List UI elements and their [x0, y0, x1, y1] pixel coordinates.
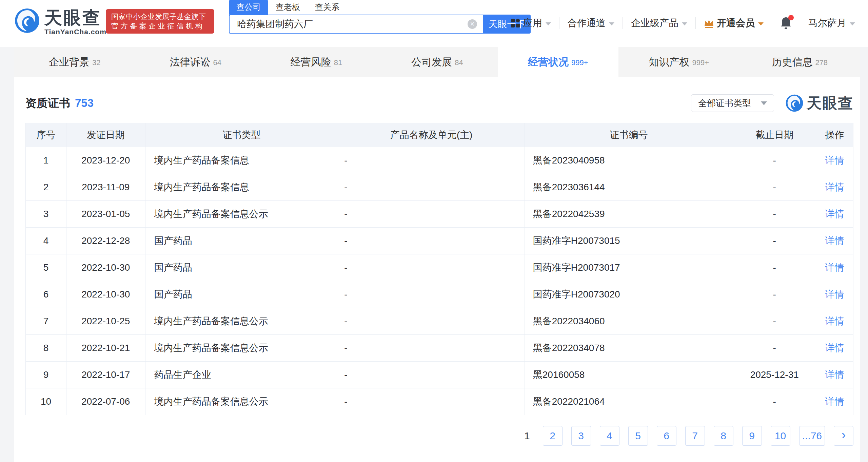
table-cell: -: [733, 201, 816, 227]
page-button[interactable]: 10: [771, 426, 790, 446]
table-cell: 国药准字H20073015: [525, 228, 733, 254]
search-tab-company[interactable]: 查公司: [229, 0, 268, 15]
nav-apps[interactable]: 应用: [511, 17, 551, 30]
section-tabs: 企业背景32法律诉讼64经营风险81公司发展84经营状况999+知识产权999+…: [14, 47, 860, 77]
search-input[interactable]: [229, 15, 483, 34]
table-cell: 国产药品: [145, 281, 338, 308]
table-cell: 境内生产药品备案信息公示: [145, 201, 338, 227]
notification-red-dot: [788, 15, 794, 20]
search-tab-relation[interactable]: 查关系: [308, 0, 347, 15]
table-cell: -: [338, 147, 525, 174]
table-row: 72022-10-25境内生产药品备案信息公示-黑备2022034060-详情: [26, 308, 853, 334]
detail-link[interactable]: 详情: [825, 181, 844, 194]
table-cell-action: 详情: [816, 362, 853, 388]
table-row: 92022-10-17药品生产企业-黑201600582025-12-31详情: [26, 361, 853, 388]
table-cell: 黑备2022034078: [525, 335, 733, 361]
search-type-tabs: 查公司 查老板 查关系: [229, 2, 347, 15]
column-header: 操作: [816, 123, 853, 147]
tab-count: 32: [92, 58, 100, 67]
page-button[interactable]: 5: [628, 426, 648, 446]
table-row: 52022-10-30国产药品-国药准字H20073017-详情: [26, 254, 853, 281]
detail-link[interactable]: 详情: [825, 208, 844, 220]
detail-link[interactable]: 详情: [825, 368, 844, 381]
table-cell: 国产药品: [145, 228, 338, 254]
nav-open-membership[interactable]: 开通会员: [704, 17, 764, 30]
table-row: 102022-07-06境内生产药品备案信息公示-黑备2022021064-详情: [26, 388, 853, 415]
page-button[interactable]: 9: [742, 426, 762, 446]
column-header: 证书编号: [525, 123, 733, 147]
detail-link[interactable]: 详情: [825, 288, 844, 301]
section-header: 资质证书 753 全部证书类型 天眼查: [25, 77, 853, 113]
tab-count: 999+: [692, 58, 709, 67]
table-cell: -: [733, 388, 816, 415]
table-cell: 黑备2023036144: [525, 174, 733, 200]
page-button[interactable]: ...76: [799, 426, 825, 446]
table-cell: 2022-10-17: [66, 362, 145, 388]
nav-member-label: 开通会员: [717, 17, 755, 30]
tab-count: 999+: [571, 58, 588, 67]
chevron-down-icon: [546, 22, 551, 25]
logo-brand-text: 天眼查: [44, 8, 106, 27]
section-tab[interactable]: 公司发展84: [377, 47, 497, 77]
tab-count: 81: [334, 58, 342, 67]
section-tab[interactable]: 法律诉讼64: [135, 47, 256, 77]
detail-link[interactable]: 详情: [825, 261, 844, 274]
table-cell: 2: [26, 174, 66, 200]
table-cell: -: [338, 201, 525, 227]
table-row: 82022-10-21境内生产药品备案信息公示-黑备2022034078-详情: [26, 334, 853, 361]
clear-search-icon[interactable]: ×: [468, 19, 477, 29]
table-cell: 国药准字H20073017: [525, 254, 733, 281]
page-button[interactable]: 4: [600, 426, 619, 446]
table-cell: -: [338, 281, 525, 308]
table-row: 22023-11-09境内生产药品备案信息-黑备2023036144-详情: [26, 174, 853, 200]
table-cell-action: 详情: [816, 201, 853, 227]
column-header: 产品名称及单元(主): [338, 123, 525, 147]
page-button[interactable]: 6: [657, 426, 676, 446]
detail-link[interactable]: 详情: [825, 154, 844, 167]
section-tab[interactable]: 经营状况999+: [498, 47, 618, 77]
table-cell-action: 详情: [816, 174, 853, 200]
search-tab-boss[interactable]: 查老板: [268, 0, 308, 15]
tab-label: 法律诉讼: [170, 55, 210, 69]
table-cell: 2022-12-28: [66, 228, 145, 254]
table-cell-action: 详情: [816, 254, 853, 281]
page-button[interactable]: 3: [571, 426, 591, 446]
tab-label: 历史信息: [772, 55, 812, 69]
section-tab[interactable]: 企业背景32: [14, 47, 135, 77]
table-cell: 1: [26, 147, 66, 174]
official-credit-badge: 国家中小企业发展子基金旗下 官方备案企业征信机构: [106, 9, 214, 34]
section-tab[interactable]: 历史信息278: [739, 47, 860, 77]
section-tab[interactable]: 经营风险81: [256, 47, 377, 77]
qualification-card: 资质证书 753 全部证书类型 天眼查 序号发证日期: [14, 77, 860, 462]
section-count: 753: [75, 97, 94, 110]
tianyancha-logo-icon: [15, 8, 40, 33]
divider: [772, 17, 772, 29]
scrollbar-track[interactable]: [860, 47, 868, 462]
detail-link[interactable]: 详情: [825, 315, 844, 328]
notifications-button[interactable]: [780, 16, 792, 30]
certificate-type-filter[interactable]: 全部证书类型: [691, 94, 774, 112]
detail-link[interactable]: 详情: [825, 395, 844, 408]
table-cell: -: [733, 335, 816, 361]
tab-count: 84: [455, 58, 463, 67]
table-row: 32023-01-05境内生产药品备案信息公示-黑备2022042539-详情: [26, 200, 853, 227]
detail-link[interactable]: 详情: [825, 342, 844, 354]
user-menu[interactable]: 马尔萨月: [808, 17, 855, 30]
nav-enterprise-products[interactable]: 企业级产品: [631, 17, 687, 30]
nav-enterprise-label: 企业级产品: [631, 17, 678, 30]
page-button[interactable]: 7: [685, 426, 705, 446]
page-button[interactable]: 2: [543, 426, 563, 446]
next-page-button[interactable]: ›: [834, 426, 853, 446]
nav-partner-channel[interactable]: 合作通道: [568, 17, 614, 30]
tab-label: 经营风险: [291, 55, 331, 69]
tianyancha-logo[interactable]: 天眼查 TianYanCha.com: [15, 8, 106, 36]
tab-count: 64: [213, 58, 221, 67]
table-cell: 10: [26, 388, 66, 415]
detail-link[interactable]: 详情: [825, 234, 844, 247]
search-bar: × 天眼一下: [229, 15, 531, 34]
table-cell: 黑备2022034060: [525, 308, 733, 334]
logo-domain-text: TianYanCha.com: [44, 28, 106, 36]
watermark-text: 天眼查: [807, 93, 853, 113]
section-tab[interactable]: 知识产权999+: [618, 47, 739, 77]
page-button[interactable]: 8: [714, 426, 733, 446]
